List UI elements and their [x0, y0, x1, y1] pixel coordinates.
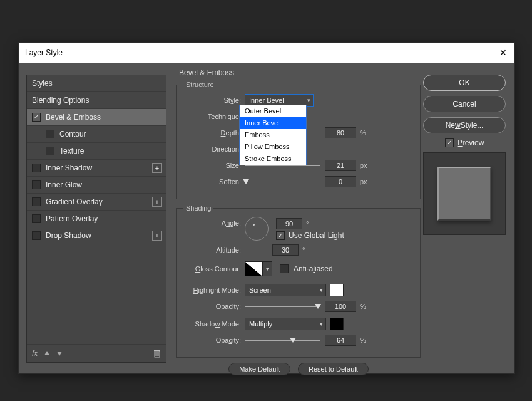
- bevel-emboss-checkbox[interactable]: [32, 113, 41, 122]
- gradient-overlay-add-icon[interactable]: +: [152, 197, 162, 207]
- settings-panel: Bevel & Emboss Structure Style: Inner Be…: [176, 68, 421, 368]
- drop-shadow-label: Drop Shadow: [46, 231, 91, 240]
- effects-list: Styles Blending Options Bevel & Emboss C…: [26, 75, 166, 363]
- soften-slider[interactable]: [245, 177, 320, 186]
- highlight-mode-label: Highlight Mode:: [183, 286, 245, 294]
- gloss-row: Gloss Contour: ▾ Anti-aliased: [183, 261, 414, 277]
- pattern-overlay-row[interactable]: Pattern Overlay: [27, 211, 166, 227]
- texture-row[interactable]: Texture: [27, 143, 166, 160]
- soften-input[interactable]: 0: [325, 176, 356, 187]
- texture-checkbox[interactable]: [46, 147, 54, 155]
- depth-unit: %: [360, 129, 366, 137]
- shading-legend: Shading: [183, 204, 213, 212]
- shadow-mode-label: Shadow Mode:: [183, 320, 245, 328]
- highlight-mode-value: Screen: [249, 286, 271, 294]
- structure-legend: Structure: [183, 81, 217, 88]
- chevron-down-icon: ▾: [307, 97, 310, 103]
- trash-icon[interactable]: [153, 349, 161, 358]
- drop-shadow-row[interactable]: Drop Shadow +: [27, 227, 166, 244]
- antialiased-checkbox[interactable]: [280, 264, 289, 273]
- pattern-overlay-checkbox[interactable]: [32, 214, 41, 223]
- gradient-overlay-checkbox[interactable]: [32, 197, 41, 206]
- altitude-unit: °: [302, 246, 305, 254]
- style-option-pillow-emboss[interactable]: Pillow Emboss: [240, 141, 306, 153]
- altitude-input[interactable]: 30: [272, 244, 299, 256]
- altitude-row: Altitude: 30 °: [183, 243, 414, 257]
- style-option-outer-bevel[interactable]: Outer Bevel: [240, 105, 306, 117]
- inner-glow-checkbox[interactable]: [32, 180, 41, 189]
- right-panel: OK Cancel New Style... Preview: [423, 75, 506, 235]
- inner-shadow-add-icon[interactable]: +: [152, 163, 162, 173]
- style-option-stroke-emboss[interactable]: Stroke Emboss: [240, 153, 306, 165]
- cancel-button[interactable]: Cancel: [423, 96, 506, 112]
- styles-header[interactable]: Styles: [27, 75, 166, 92]
- altitude-label: Altitude:: [183, 246, 245, 254]
- inner-glow-row[interactable]: Inner Glow: [27, 177, 166, 194]
- titlebar: Layer Style ✕: [19, 43, 514, 63]
- style-option-inner-bevel[interactable]: Inner Bevel: [240, 117, 306, 129]
- drop-shadow-checkbox[interactable]: [32, 231, 41, 240]
- global-light-checkbox[interactable]: [276, 231, 285, 240]
- antialiased-label: Anti-aliased: [294, 264, 333, 273]
- style-option-emboss[interactable]: Emboss: [240, 129, 306, 141]
- soften-row: Soften: 0 px: [183, 175, 414, 189]
- gradient-overlay-label: Gradient Overlay: [46, 197, 103, 206]
- soften-label: Soften:: [183, 178, 245, 185]
- effects-footer: fx: [27, 344, 166, 362]
- style-dropdown[interactable]: Outer Bevel Inner Bevel Emboss Pillow Em…: [239, 105, 307, 165]
- move-up-icon[interactable]: [44, 350, 50, 357]
- angle-label: Angle:: [183, 217, 245, 227]
- texture-label: Texture: [59, 147, 84, 155]
- preview-checkbox[interactable]: [445, 138, 454, 147]
- highlight-color-swatch[interactable]: [330, 284, 344, 296]
- preview-label: Preview: [458, 138, 484, 147]
- size-input[interactable]: 21: [325, 160, 356, 171]
- inner-shadow-label: Inner Shadow: [46, 164, 92, 172]
- size-label: Size:: [183, 162, 245, 169]
- fx-icon[interactable]: fx: [32, 349, 38, 358]
- highlight-mode-combo[interactable]: Screen ▾: [245, 284, 326, 296]
- highlight-mode-row: Highlight Mode: Screen ▾: [183, 283, 414, 297]
- shadow-opacity-label: Opacity:: [183, 336, 245, 344]
- reset-default-button[interactable]: Reset to Default: [298, 363, 369, 375]
- highlight-opacity-slider[interactable]: [245, 302, 320, 311]
- shadow-mode-value: Multiply: [249, 320, 272, 328]
- blending-options-row[interactable]: Blending Options: [27, 92, 166, 109]
- gloss-label: Gloss Contour:: [183, 265, 245, 273]
- depth-label: Depth:: [183, 129, 245, 137]
- preview-swatch: [437, 167, 491, 221]
- contour-row[interactable]: Contour: [27, 126, 166, 143]
- preview-row: Preview: [423, 138, 506, 147]
- depth-input[interactable]: 80: [325, 127, 356, 138]
- dialog-title: Layer Style: [25, 48, 498, 57]
- new-style-button[interactable]: New Style...: [423, 117, 506, 133]
- highlight-opacity-row: Opacity: 100 %: [183, 299, 414, 313]
- shadow-mode-row: Shadow Mode: Multiply ▾: [183, 317, 414, 331]
- shading-group: Shading Angle: 90 °: [176, 204, 421, 358]
- drop-shadow-add-icon[interactable]: +: [152, 231, 162, 241]
- gloss-contour-dropdown[interactable]: ▾: [262, 261, 272, 276]
- gloss-contour-swatch[interactable]: [245, 261, 262, 276]
- style-combo-value: Inner Bevel: [249, 96, 284, 104]
- panel-header: Bevel & Emboss: [176, 68, 421, 80]
- angle-dial[interactable]: [245, 217, 269, 241]
- style-label: Style:: [183, 96, 245, 104]
- soften-unit: px: [360, 178, 367, 185]
- shadow-color-swatch[interactable]: [330, 318, 344, 330]
- close-icon[interactable]: ✕: [498, 48, 508, 58]
- make-default-button[interactable]: Make Default: [228, 363, 290, 375]
- shadow-opacity-input[interactable]: 64: [325, 335, 356, 346]
- angle-input[interactable]: 90: [276, 218, 302, 229]
- bevel-emboss-row[interactable]: Bevel & Emboss: [27, 109, 166, 126]
- contour-checkbox[interactable]: [46, 130, 54, 138]
- shadow-opacity-slider[interactable]: [245, 336, 320, 345]
- shadow-mode-combo[interactable]: Multiply ▾: [245, 318, 326, 330]
- styles-label: Styles: [32, 79, 53, 88]
- inner-shadow-checkbox[interactable]: [32, 164, 41, 172]
- highlight-opacity-input[interactable]: 100: [325, 301, 356, 312]
- gradient-overlay-row[interactable]: Gradient Overlay +: [27, 194, 166, 211]
- move-down-icon[interactable]: [56, 350, 63, 357]
- ok-button[interactable]: OK: [423, 75, 506, 91]
- inner-shadow-row[interactable]: Inner Shadow +: [27, 160, 166, 177]
- chevron-down-icon: ▾: [320, 287, 323, 293]
